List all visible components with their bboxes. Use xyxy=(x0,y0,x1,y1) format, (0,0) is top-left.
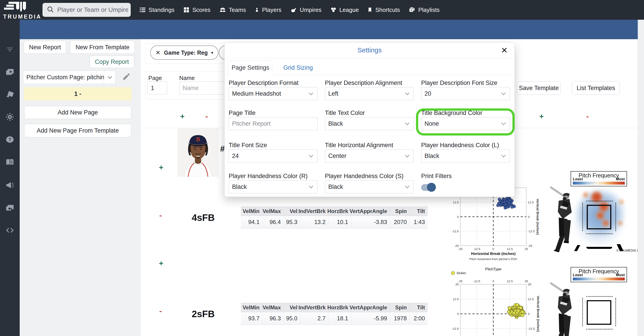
modal-form-row: Player Description FormatMedium Headshot… xyxy=(229,80,511,100)
title-horizontal-alignment-select[interactable]: Center xyxy=(325,149,414,162)
grid-add-column-button[interactable]: + xyxy=(180,112,184,120)
tab-page-settings[interactable]: Page Settings xyxy=(228,60,272,75)
page-number-input[interactable] xyxy=(148,82,167,95)
grid-remove-row-button[interactable]: - xyxy=(159,211,162,219)
nav-item-league[interactable]: League xyxy=(330,7,359,14)
svg-text:0: 0 xyxy=(492,279,494,283)
grid-add-column-button[interactable]: + xyxy=(539,112,544,120)
player-handedness-color-l-select[interactable]: Black xyxy=(421,149,510,162)
field-page-title: Page TitlePitcher Report xyxy=(229,110,318,130)
player-description-font-size-value: 20 xyxy=(421,87,497,100)
chevron-down-icon xyxy=(305,87,317,100)
stat-value: 2070 xyxy=(390,216,410,228)
scrollbar[interactable] xyxy=(638,20,644,336)
svg-text:0: 0 xyxy=(492,247,494,251)
nav-item-players[interactable]: Players xyxy=(254,7,282,14)
search-input[interactable] xyxy=(57,6,128,14)
edit-pencil-icon[interactable] xyxy=(122,72,131,82)
add-new-page-from-template-button[interactable]: Add New Page From Template xyxy=(24,124,131,137)
field-player-description-alignment: Player Description AlignmentLeft xyxy=(325,80,414,100)
field-title-horizontal-alignment: Title Horizontal AlignmentCenter xyxy=(325,142,414,162)
stat-header-vertapprangle: VertApprAngle xyxy=(351,206,390,216)
name-column-label: Name xyxy=(179,75,195,82)
title-font-size-select[interactable]: 24 xyxy=(229,149,318,162)
help-icon[interactable]: ? xyxy=(0,132,20,147)
nav-item-label: Playlists xyxy=(418,7,440,14)
nav-item-playlists[interactable]: Playlists xyxy=(408,7,440,14)
playlists-icon xyxy=(408,7,416,13)
title-font-size-value: 24 xyxy=(229,150,305,162)
page-title-input[interactable]: Pitcher Report xyxy=(229,117,318,130)
svg-text:-25: -25 xyxy=(458,279,462,283)
new-from-template-button[interactable]: New From Template xyxy=(70,41,135,54)
nav-item-teams[interactable]: Teams xyxy=(219,7,246,14)
game-type-filter-pill[interactable]: ✕ Game Type: Reg ▾ xyxy=(150,46,218,60)
scores-icon xyxy=(183,7,190,13)
copy-report-button[interactable]: Copy Report xyxy=(90,56,134,68)
cards-icon[interactable] xyxy=(0,88,20,102)
grid-remove-row-button[interactable]: - xyxy=(159,307,162,315)
grid-remove-column-button[interactable]: - xyxy=(586,112,589,120)
svg-text:25: 25 xyxy=(524,247,528,251)
player-handedness-color-s-value: Black xyxy=(325,181,401,193)
nav-item-label: Umpires xyxy=(300,7,322,14)
svg-text:25: 25 xyxy=(524,279,528,283)
top-nav: TRUMEDIA StandingsScoresTeamsPlayersUmpi… xyxy=(0,0,644,20)
stat-value: -3.83 xyxy=(351,216,390,228)
pitch-stats-table: VelMinVelMaxVelIndVertBrkHorzBrkVertAppr… xyxy=(241,303,428,325)
page-row-1[interactable]: 1 - xyxy=(24,87,132,100)
title-background-color-select[interactable]: None xyxy=(421,117,510,130)
field-player-handedness-color-r: Player Handedness Color (R)Black xyxy=(229,173,318,193)
global-search[interactable] xyxy=(42,3,131,17)
title-text-color-select[interactable]: Black xyxy=(325,117,414,130)
code-icon[interactable] xyxy=(0,223,20,237)
player-handedness-color-s-select[interactable]: Black xyxy=(325,180,414,193)
title-background-color-label: Title Background Color xyxy=(421,110,510,117)
legend-most-label: Most xyxy=(616,273,625,277)
stat-value: 18.1 xyxy=(328,312,351,325)
playlist-icon[interactable] xyxy=(0,65,20,79)
book-icon[interactable] xyxy=(0,155,20,170)
grid-remove-column-button[interactable]: - xyxy=(206,112,208,120)
page-template-dropdown[interactable]: Pitcher Custom Page: pitching -... xyxy=(23,71,116,84)
tab-grid-sizing[interactable]: Grid Sizing xyxy=(278,60,318,75)
close-icon[interactable]: ✕ xyxy=(501,46,508,55)
gear-icon[interactable] xyxy=(0,110,20,124)
images-icon[interactable] xyxy=(0,201,20,215)
nav-item-scores[interactable]: Scores xyxy=(183,7,210,14)
remove-filter-icon[interactable]: ✕ xyxy=(156,49,160,56)
batter-silhouette-icon xyxy=(550,185,574,253)
stat-value: 2:00 xyxy=(410,312,428,325)
player-description-alignment-select[interactable]: Left xyxy=(325,87,414,100)
player-handedness-color-r-select[interactable]: Black xyxy=(229,180,318,193)
stat-header-horzbrk: HorzBrk xyxy=(328,303,351,312)
nav-item-standings[interactable]: Standings xyxy=(139,7,174,14)
new-report-button[interactable]: New Report xyxy=(24,41,66,54)
nav-item-umpires[interactable]: Umpires xyxy=(290,7,322,14)
megaphone-icon[interactable] xyxy=(0,178,20,192)
add-new-page-button[interactable]: Add New Page xyxy=(24,106,131,119)
grid-add-row-button[interactable]: + xyxy=(159,259,163,267)
pitch-frequency-heatmap: Pitch Frequency Least Most xyxy=(549,265,644,336)
teams-icon xyxy=(219,7,226,13)
pitch-type-label: 4sFB xyxy=(188,212,219,223)
stat-header-indvertbrk: IndVertBrk xyxy=(300,303,328,312)
player-description-format-select[interactable]: Medium Headshot xyxy=(229,87,318,100)
svg-text:-25: -25 xyxy=(458,247,462,251)
print-filters-label: Print Filters xyxy=(421,173,510,180)
trumedia-logo-icon[interactable]: TRUMEDIA xyxy=(2,1,40,19)
list-templates-button[interactable]: List Templates xyxy=(572,81,620,95)
svg-text:12.5: 12.5 xyxy=(507,279,513,283)
svg-text:12.5: 12.5 xyxy=(453,297,459,301)
filter-icon[interactable] xyxy=(0,42,20,57)
save-template-button[interactable]: Save Template xyxy=(517,81,561,95)
player-description-font-size-select[interactable]: 20 xyxy=(421,87,510,100)
grid-add-row-button[interactable]: + xyxy=(159,164,163,171)
nav-item-shortcuts[interactable]: Shortcuts xyxy=(367,7,400,14)
chevron-down-icon xyxy=(401,117,414,130)
svg-text:PitchType: PitchType xyxy=(485,267,501,271)
batter-silhouette-icon xyxy=(550,281,574,336)
umpires-icon xyxy=(290,7,297,13)
stat-value: 96.3 xyxy=(262,312,284,325)
print-filters-toggle[interactable] xyxy=(421,183,436,192)
